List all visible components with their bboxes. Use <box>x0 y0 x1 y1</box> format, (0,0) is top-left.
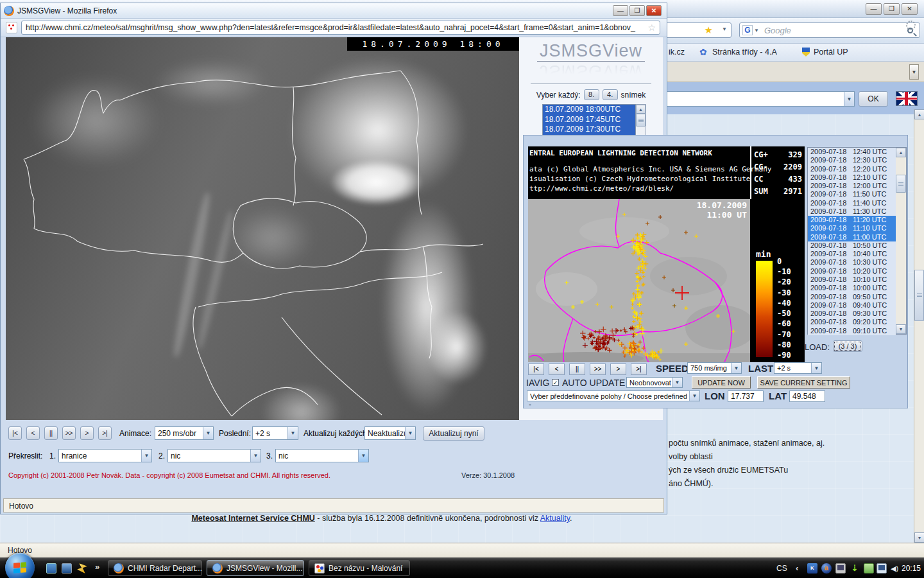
select-dropdown-arrow-icon[interactable]: ▼ <box>287 427 298 439</box>
aktualizuj-select[interactable]: Neaktualizuj▼ <box>364 426 416 440</box>
time-list-item[interactable]: 2009-07-1812:30 UTC <box>808 156 896 164</box>
time-list-item[interactable]: 2009-07-1812:20 UTC <box>808 165 896 173</box>
lightning-nav-button[interactable]: >| <box>631 363 647 375</box>
url-dropdown-arrow-icon[interactable]: ▼ <box>722 26 727 32</box>
frame-time-item[interactable]: 18.07.2009 17:30UTC <box>543 125 635 135</box>
scrollbar-down-arrow[interactable]: ▼ <box>896 324 906 334</box>
time-list-item[interactable]: 2009-07-1810:30 UTC <box>808 258 896 267</box>
animace-select[interactable]: 250 ms/obr▼ <box>155 426 214 440</box>
taskbar-button-chmi-radar[interactable]: CHMI Radar Depart... <box>108 560 202 576</box>
select-dropdown-arrow-icon[interactable]: ▼ <box>689 391 699 401</box>
step-4-button[interactable]: 4. <box>603 89 618 100</box>
language-indicator[interactable]: CS <box>776 564 787 573</box>
lat-field[interactable]: 49.548 <box>789 390 825 402</box>
select-dropdown-arrow-icon[interactable]: ▼ <box>358 450 368 462</box>
times-list-scrollbar[interactable]: ▲ ▼ <box>896 148 906 334</box>
time-list-item[interactable]: 2009-07-1811:50 UTC <box>808 190 896 198</box>
footer-link[interactable]: Aktuality <box>540 514 570 523</box>
load-count-button[interactable]: (3 / 3) <box>833 340 862 352</box>
animation-nav-button[interactable]: >> <box>62 426 76 440</box>
scrollbar-up-arrow[interactable]: ▲ <box>914 109 924 119</box>
save-setting-button[interactable]: SAVE CURRENT SETTING <box>757 376 850 389</box>
lightning-nav-button[interactable]: |< <box>528 363 544 375</box>
volume-tray-icon[interactable]: ◀) <box>889 563 900 574</box>
search-box[interactable]: G ▼ Google <box>739 22 920 38</box>
window-close-button[interactable]: ✕ <box>902 3 918 15</box>
lightning-map[interactable]: 18.07.2009 11:00 UT <box>528 199 750 362</box>
time-list-item[interactable]: 2009-07-1810:40 UTC <box>808 250 896 258</box>
time-list-item[interactable]: 2009-07-1811:30 UTC <box>808 207 896 216</box>
animation-nav-button[interactable]: > <box>80 426 94 440</box>
network-tray-icon[interactable] <box>877 563 887 574</box>
taskbar-button-jsmsgview[interactable]: JSMSGView - Mozill... <box>207 560 304 576</box>
posledni-select[interactable]: +2 s▼ <box>252 426 298 440</box>
lightning-nav-button[interactable]: < <box>549 363 565 375</box>
uk-flag-icon[interactable] <box>896 91 918 106</box>
scrollbar-down-arrow[interactable]: ▼ <box>914 532 924 543</box>
step-8-button[interactable]: 8. <box>584 89 599 100</box>
satellite-image[interactable]: 18.07.2009 18:00 <box>6 37 519 420</box>
frame-time-item[interactable]: 18.07.2009 18:00UTC <box>543 105 635 115</box>
search-engine-dropdown-icon[interactable]: ▼ <box>754 28 759 33</box>
time-list-item[interactable]: 2009-07-1812:10 UTC <box>808 173 896 182</box>
time-list-item[interactable]: 2009-07-1809:40 UTC <box>808 301 896 310</box>
quick-launch-window-icon[interactable] <box>46 563 56 574</box>
scrollbar-thumb[interactable] <box>914 270 924 321</box>
quick-launch-overflow-chevron[interactable]: » <box>95 562 99 572</box>
overlay1-select[interactable]: hranice▼ <box>58 449 152 462</box>
quick-launch-desktop-icon[interactable] <box>62 563 72 574</box>
bookmark-item[interactable]: Portál UP <box>814 48 848 57</box>
bookmark-item[interactable]: Stránka třídy - 4.A <box>712 48 777 57</box>
overlay2-select[interactable]: nic▼ <box>167 449 261 462</box>
scrollbar-up-arrow[interactable]: ▲ <box>896 148 906 157</box>
quick-launch-lightning-icon[interactable] <box>77 563 87 574</box>
update-tray-icon[interactable]: ⇣ <box>850 563 860 574</box>
select-dropdown-arrow-icon[interactable]: ▼ <box>844 92 854 106</box>
speed-select[interactable]: 750 ms/img▼ <box>687 362 742 374</box>
lightning-nav-button[interactable]: >> <box>590 363 606 375</box>
locations-select[interactable]: Vyber předdefinované polohy / Choose pre… <box>527 390 700 401</box>
taskbar-button-paint[interactable]: Bez názvu - Malování <box>309 560 410 576</box>
frame-time-item[interactable]: 18.07.2009 17:45UTC <box>543 115 635 125</box>
time-list-item[interactable]: 2009-07-1811:10 UTC <box>808 224 896 232</box>
jsmsg-titlebar[interactable]: JSMSGView - Mozilla Firefox — ❐ ✕ <box>1 3 667 19</box>
search-placeholder[interactable]: Google <box>764 26 907 35</box>
select-dropdown-arrow-icon[interactable]: ▼ <box>405 427 415 439</box>
select-dropdown-arrow-icon[interactable]: ▼ <box>672 378 682 387</box>
animation-nav-button[interactable]: >| <box>98 426 112 440</box>
display-tray-icon[interactable] <box>835 563 846 574</box>
page-section-select[interactable]: Úvod ▼ <box>639 91 855 107</box>
animation-nav-button[interactable]: || <box>44 426 58 440</box>
select-dropdown-arrow-icon[interactable]: ▼ <box>141 450 151 462</box>
select-dropdown-arrow-icon[interactable]: ▼ <box>811 363 821 373</box>
url-field[interactable]: http://www.chmi.cz/meteo/sat/msghrit/msg… <box>21 21 660 35</box>
update-now-button[interactable]: Aktualizuj nyní <box>423 426 484 441</box>
page-scrollbar[interactable]: ▲ ▼ <box>914 109 924 543</box>
bookmark-item[interactable]: ik.cz <box>669 48 685 57</box>
time-list-item[interactable]: 2009-07-1809:50 UTC <box>808 293 896 301</box>
power-tray-icon[interactable] <box>864 563 874 574</box>
select-dropdown-arrow-icon[interactable]: ▼ <box>203 427 213 439</box>
scrollbar-thumb[interactable] <box>636 114 646 127</box>
time-list-item[interactable]: 2009-07-1812:40 UTC <box>808 148 896 156</box>
refresh-select[interactable]: Neobnovovat▼ <box>626 377 683 388</box>
animation-nav-button[interactable]: |< <box>8 426 22 440</box>
window-minimize-button[interactable]: — <box>613 5 628 16</box>
update-now-button[interactable]: UPDATE NOW <box>692 376 751 389</box>
lightning-nav-button[interactable]: || <box>569 363 585 375</box>
toolbar-overflow-dropdown-icon[interactable]: ▼ <box>909 64 919 80</box>
time-list-item[interactable]: 2009-07-1811:00 UTC <box>808 233 896 241</box>
time-list-item[interactable]: 2009-07-1810:20 UTC <box>808 267 896 276</box>
scrollbar-up-arrow[interactable]: ▲ <box>636 105 646 114</box>
lightning-nav-button[interactable]: > <box>610 363 626 375</box>
start-button[interactable] <box>5 553 35 578</box>
window-restore-button[interactable]: ❐ <box>629 5 645 16</box>
time-list-item[interactable]: 2009-07-1810:10 UTC <box>808 276 896 284</box>
window-close-button[interactable]: ✕ <box>646 5 662 16</box>
lon-field[interactable]: 17.737 <box>728 390 764 402</box>
tray-expand-chevron[interactable]: ‹ <box>796 563 798 573</box>
auto-update-checkbox[interactable]: ✓ <box>552 379 559 386</box>
time-list-item[interactable]: 2009-07-1810:50 UTC <box>808 241 896 250</box>
time-list-item[interactable]: 2009-07-1809:20 UTC <box>808 318 896 326</box>
bookmark-star-icon[interactable]: ★ <box>705 24 713 36</box>
